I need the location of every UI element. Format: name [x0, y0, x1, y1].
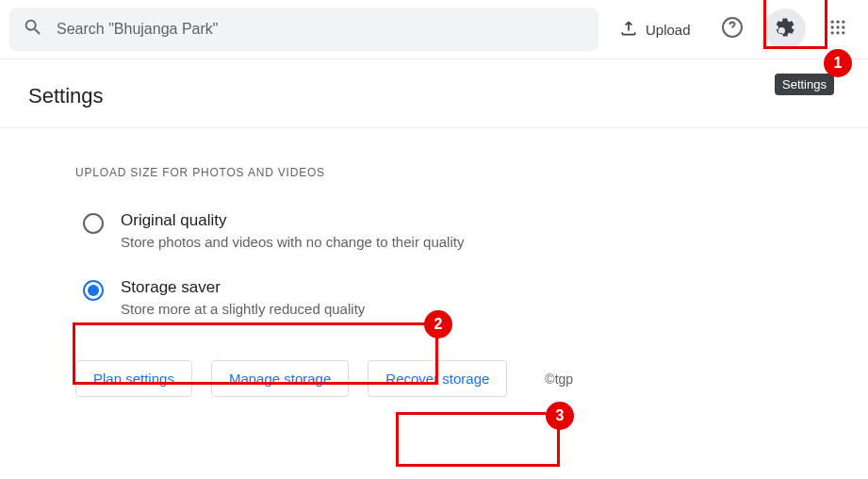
radio-title: Storage saver	[121, 278, 365, 297]
plan-settings-button[interactable]: Plan settings	[75, 360, 192, 397]
help-icon	[721, 16, 744, 42]
manage-storage-button[interactable]: Manage storage	[211, 360, 349, 397]
header: Upload	[0, 0, 868, 58]
radio-unchecked-icon	[83, 213, 104, 234]
upload-size-section: UPLOAD SIZE FOR PHOTOS AND VIDEOS Origin…	[0, 128, 868, 397]
search-input[interactable]	[57, 21, 585, 38]
svg-point-9	[842, 31, 844, 34]
settings-button[interactable]	[764, 8, 806, 50]
search-icon	[23, 17, 43, 41]
svg-point-5	[836, 25, 839, 28]
help-button[interactable]	[712, 8, 753, 50]
apps-button[interactable]	[817, 8, 859, 50]
settings-tooltip: Settings	[775, 74, 834, 95]
page-title: Settings	[0, 59, 868, 127]
annotation-highlight-3	[396, 412, 560, 467]
svg-point-8	[836, 31, 839, 34]
svg-point-4	[830, 25, 833, 28]
upload-label: Upload	[646, 22, 691, 38]
svg-point-7	[830, 31, 833, 34]
recover-storage-button[interactable]: Recover storage	[368, 360, 507, 397]
svg-point-1	[830, 21, 833, 24]
annotation-badge-2: 2	[424, 310, 452, 339]
radio-original-quality[interactable]: Original quality Store photos and videos…	[75, 206, 793, 256]
radio-title: Original quality	[121, 211, 464, 230]
radio-desc: Store more at a slightly reduced quality	[121, 301, 365, 317]
radio-desc: Store photos and videos with no change t…	[121, 234, 464, 250]
svg-point-2	[836, 21, 839, 24]
gear-icon	[774, 16, 796, 42]
annotation-badge-3: 3	[546, 402, 574, 430]
apps-grid-icon	[828, 18, 847, 41]
search-box[interactable]	[9, 8, 598, 51]
svg-point-6	[842, 25, 844, 28]
upload-button[interactable]: Upload	[610, 11, 700, 48]
svg-point-3	[842, 21, 844, 24]
section-label: UPLOAD SIZE FOR PHOTOS AND VIDEOS	[75, 166, 793, 179]
upload-icon	[619, 19, 638, 41]
copyright-text: ©tgp	[545, 372, 573, 387]
button-row: Plan settings Manage storage Recover sto…	[75, 360, 793, 397]
annotation-badge-1: 1	[824, 49, 852, 77]
radio-checked-icon	[83, 280, 104, 301]
